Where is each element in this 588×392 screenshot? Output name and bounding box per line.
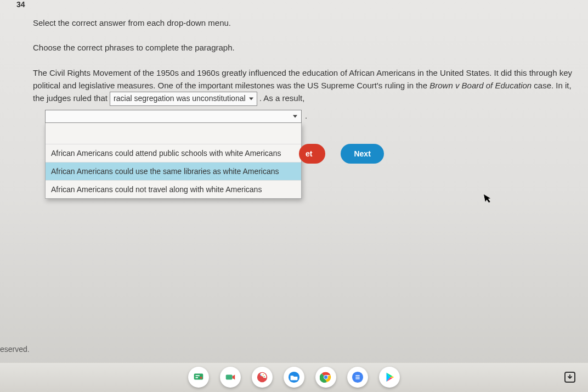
trailing-period: .: [305, 111, 307, 120]
svg-rect-0: [194, 374, 203, 380]
svg-point-6: [260, 374, 261, 376]
instruction-primary: Select the correct answer from each drop…: [33, 16, 583, 29]
dropdown-2-option-2[interactable]: African Americans could not travel along…: [46, 180, 301, 198]
play-store-icon[interactable]: [379, 367, 400, 388]
presentation-app-icon[interactable]: [188, 367, 209, 388]
dropdown-2-field[interactable]: [45, 110, 302, 123]
docs-icon[interactable]: [347, 367, 368, 388]
paragraph-body: The Civil Rights Movement of the 1950s a…: [33, 66, 583, 106]
svg-rect-4: [226, 374, 233, 379]
case-name: Brown v Board of Education: [429, 81, 532, 90]
chrome-icon[interactable]: [315, 367, 336, 388]
files-app-icon[interactable]: [284, 367, 304, 388]
paragraph-text-3: . As a result,: [257, 93, 305, 103]
dropdown-1-value: racial segregation was unconstitutional: [114, 94, 245, 103]
svg-point-3: [200, 377, 202, 379]
svg-rect-2: [196, 377, 199, 378]
footer-copyright-fragment: eserved.: [0, 345, 30, 354]
dropdown-2-list: African Americans could attend public sc…: [45, 123, 302, 199]
screenshot-tray-icon[interactable]: [561, 368, 579, 387]
cursor-icon: [484, 193, 494, 206]
svg-rect-16: [355, 375, 359, 376]
camera-app-icon[interactable]: [220, 367, 241, 388]
next-button[interactable]: Next: [341, 144, 383, 164]
chrome-os-shelf: [0, 362, 588, 392]
svg-point-13: [324, 376, 327, 379]
svg-rect-17: [355, 377, 359, 377]
instruction-secondary: Choose the correct phrases to complete t…: [33, 41, 583, 54]
dropdown-blank-option[interactable]: [46, 123, 301, 144]
button-row: et Next: [299, 144, 384, 164]
svg-point-8: [264, 376, 265, 377]
paint-app-icon[interactable]: [252, 367, 273, 388]
reset-button[interactable]: et: [299, 144, 325, 164]
question-number: 34: [16, 0, 25, 9]
svg-point-7: [263, 374, 264, 375]
svg-rect-18: [355, 378, 359, 379]
svg-rect-1: [196, 375, 200, 376]
dropdown-1[interactable]: racial segregation was unconstitutional: [110, 92, 257, 106]
dropdown-2-option-0[interactable]: African Americans could attend public sc…: [46, 144, 301, 162]
dropdown-2[interactable]: African Americans could attend public sc…: [45, 110, 302, 199]
question-content: Select the correct answer from each drop…: [33, 16, 583, 106]
dropdown-2-option-1[interactable]: African Americans could use the same lib…: [46, 162, 301, 180]
